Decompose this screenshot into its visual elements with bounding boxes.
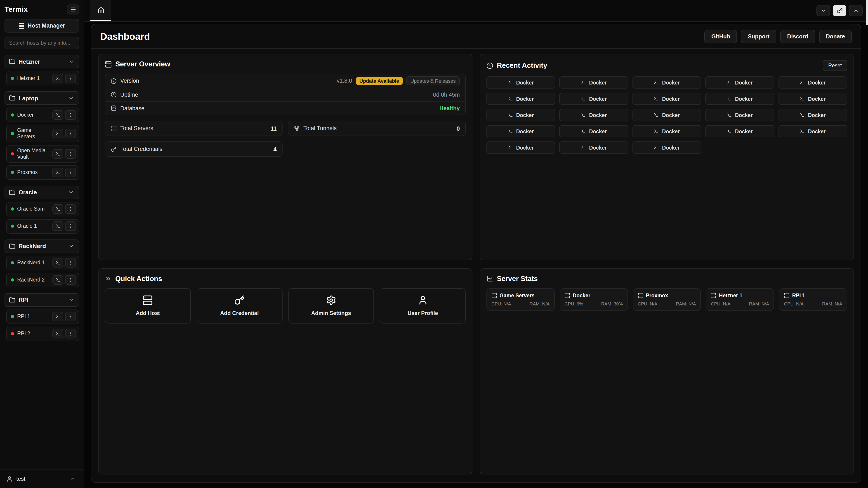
terminal-icon [800,96,805,101]
host-kebab-menu-button[interactable] [65,73,76,83]
host-terminal-button[interactable] [53,275,63,285]
page-scrollbar[interactable] [866,0,868,488]
host-row[interactable]: RackNerd 2 [6,273,79,287]
folder-icon [9,243,16,249]
recent-activity-item[interactable]: Docker [778,76,847,89]
recent-activity-item[interactable]: Docker [778,125,847,137]
host-terminal-button[interactable] [53,312,63,321]
host-row[interactable]: Hetzner 1 [6,71,79,86]
group-header[interactable]: RPI [4,293,79,306]
recent-activity-item[interactable]: Docker [559,125,628,137]
recent-activity-item[interactable]: Docker [487,141,555,154]
recent-activity-item[interactable]: Docker [559,93,628,105]
updates-releases-button[interactable]: Updates & Releases [406,76,460,86]
host-row[interactable]: Open Media Vault [6,145,79,163]
host-terminal-button[interactable] [53,221,63,231]
ssh-keys-button[interactable] [833,5,846,16]
recent-activity-item[interactable]: Docker [705,109,774,121]
host-kebab-menu-button[interactable] [65,129,76,138]
host-terminal-button[interactable] [53,110,63,120]
terminal-icon [581,145,586,150]
sidebar-menu-button[interactable] [67,4,79,14]
recent-activity-item[interactable]: Docker [487,93,555,105]
add-credential-button[interactable]: Add Credential [197,288,283,323]
add-host-button[interactable]: Add Host [105,288,191,323]
host-kebab-menu-button[interactable] [65,168,76,177]
host-row[interactable]: Proxmox [6,165,79,180]
recent-activity-item[interactable]: Docker [487,109,555,121]
host-terminal-button[interactable] [53,168,63,177]
host-search-input[interactable] [4,37,79,49]
recent-activity-item[interactable]: Docker [705,76,774,89]
recent-activity-item[interactable]: Docker [705,125,774,137]
recent-activity-item[interactable]: Docker [778,93,847,105]
recent-activity-item[interactable]: Docker [778,109,847,121]
host-kebab-menu-button[interactable] [65,110,76,120]
host-kebab-menu-button[interactable] [65,204,76,214]
reset-button[interactable]: Reset [823,60,847,71]
host-kebab-menu-button[interactable] [65,312,76,321]
terminal-icon [727,112,732,118]
host-terminal-button[interactable] [53,149,63,158]
terminal-icon [727,129,732,134]
recent-activity-item[interactable]: Docker [632,109,702,121]
group-header[interactable]: Oracle [4,186,79,199]
group-header[interactable]: RackNerd [4,239,79,253]
group-collapse-button[interactable] [66,188,76,197]
group-collapse-button[interactable] [66,241,76,251]
server-stat-values: CPU: 6% RAM: 30% [565,301,623,306]
host-row[interactable]: Oracle Sam [6,202,79,216]
host-row[interactable]: Game Servers [6,125,79,142]
recent-activity-item[interactable]: Docker [559,141,628,154]
recent-activity-item[interactable]: Docker [487,76,555,89]
host-row[interactable]: Oracle 1 [6,219,79,233]
gear-icon [326,295,336,305]
user-profile-button[interactable]: User Profile [380,288,466,323]
recent-activity-item[interactable]: Docker [632,141,702,154]
recent-activity-item[interactable]: Docker [559,109,628,121]
donate-button[interactable]: Donate [819,30,852,43]
user-menu-expand-button[interactable] [67,474,77,483]
host-actions [53,204,76,214]
server-stat-name: Hetzner 1 [719,293,743,298]
host-kebab-menu-button[interactable] [65,258,76,267]
host-manager-button[interactable]: Host Manager [4,19,79,33]
recent-activity-item[interactable]: Docker [559,76,628,89]
group-collapse-button[interactable] [66,94,76,103]
host-terminal-button[interactable] [53,73,63,83]
recent-activity-item[interactable]: Docker [487,125,555,137]
host-kebab-menu-button[interactable] [65,149,76,158]
host-groups: Hetzner Hetzner 1 [4,55,79,465]
scrollbar-thumb[interactable] [866,0,868,25]
discord-button[interactable]: Discord [780,30,815,43]
host-row[interactable]: RPI 2 [6,326,79,341]
host-terminal-button[interactable] [53,329,63,338]
tab-scroll-up-button[interactable] [849,5,863,16]
support-button[interactable]: Support [741,30,776,43]
host-terminal-button[interactable] [53,129,63,138]
admin-settings-button[interactable]: Admin Settings [288,288,374,323]
group-header[interactable]: Laptop [4,91,79,105]
recent-activity-item[interactable]: Docker [632,93,702,105]
host-terminal-button[interactable] [53,258,63,267]
user-menu[interactable]: test [0,469,84,488]
server-icon [19,23,24,29]
host-row[interactable]: RPI 1 [6,309,79,324]
host-row[interactable]: Docker [6,107,79,122]
recent-activity-item[interactable]: Docker [632,76,702,89]
group-collapse-button[interactable] [66,295,76,304]
host-row[interactable]: RackNerd 1 [6,256,79,270]
host-kebab-menu-button[interactable] [65,221,76,231]
host-status-dot [11,113,14,116]
group-header[interactable]: Hetzner [4,55,79,68]
tab-home[interactable] [90,0,111,21]
host-terminal-button[interactable] [53,204,63,214]
recent-activity-item[interactable]: Docker [705,93,774,105]
github-button[interactable]: GitHub [705,30,737,43]
tab-scroll-down-button[interactable] [816,5,830,16]
recent-activity-item[interactable]: Docker [632,125,702,137]
host-kebab-menu-button[interactable] [65,329,76,338]
host-kebab-menu-button[interactable] [65,275,76,285]
group-collapse-button[interactable] [66,57,76,66]
host-actions [53,221,76,231]
